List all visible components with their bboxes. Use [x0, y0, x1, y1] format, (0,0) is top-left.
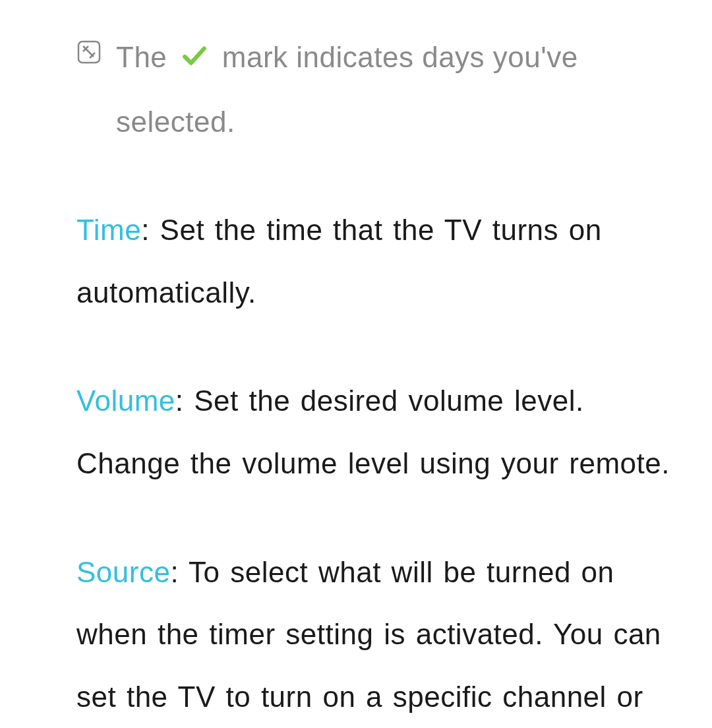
note-text: The mark indicates days you've selected.: [116, 26, 692, 153]
label-source: Source: [76, 556, 170, 588]
entry-time: Time: Set the time that the TV turns on …: [76, 199, 692, 324]
desc-time: : Set the time that the TV turns on auto…: [76, 214, 602, 309]
note-icon: [76, 33, 102, 58]
label-time: Time: [76, 214, 141, 246]
entry-source: Source: To select what will be turned on…: [76, 541, 692, 728]
label-volume: Volume: [76, 384, 175, 417]
note-text-before: The: [116, 41, 175, 73]
note-block: The mark indicates days you've selected.: [76, 26, 692, 153]
entry-volume: Volume: Set the desired volume level. Ch…: [76, 370, 692, 495]
checkmark-icon: [181, 28, 208, 91]
